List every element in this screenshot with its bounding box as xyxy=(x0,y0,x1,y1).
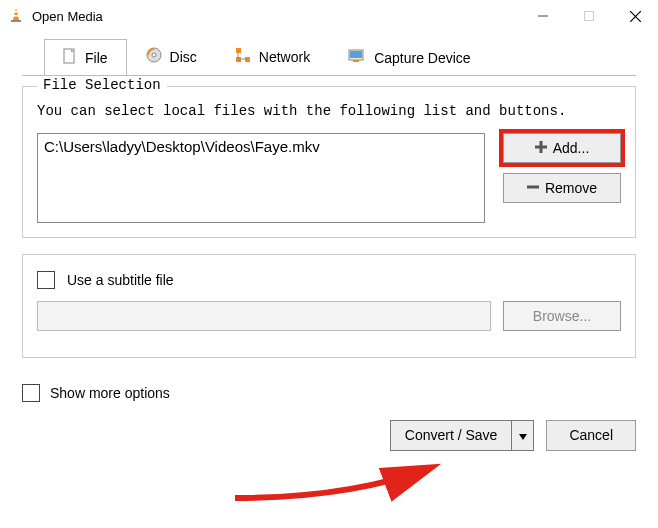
tab-file[interactable]: File xyxy=(44,39,127,75)
svg-rect-3 xyxy=(11,20,21,22)
tab-capture-label: Capture Device xyxy=(374,50,471,66)
chevron-down-icon xyxy=(519,428,527,443)
convert-save-dropdown[interactable] xyxy=(512,420,534,451)
browse-button: Browse... xyxy=(503,301,621,331)
close-button[interactable] xyxy=(612,0,658,32)
add-button[interactable]: Add... xyxy=(503,133,621,163)
remove-button[interactable]: Remove xyxy=(503,173,621,203)
tab-disc[interactable]: Disc xyxy=(127,38,216,74)
window-title: Open Media xyxy=(32,9,103,24)
tab-network[interactable]: Network xyxy=(216,38,329,74)
svg-marker-23 xyxy=(519,434,527,440)
capture-icon xyxy=(348,49,366,66)
tab-capture[interactable]: Capture Device xyxy=(329,40,490,74)
vlc-cone-icon xyxy=(8,7,24,26)
file-selection-group: File Selection You can select local file… xyxy=(22,86,636,238)
svg-rect-1 xyxy=(14,11,18,13)
svg-rect-18 xyxy=(350,51,362,58)
subtitle-path-input xyxy=(37,301,491,331)
svg-marker-0 xyxy=(13,8,19,20)
cancel-label: Cancel xyxy=(569,427,613,443)
more-options-checkbox[interactable] xyxy=(22,384,40,402)
subtitle-checkbox[interactable] xyxy=(37,271,55,289)
more-options-label: Show more options xyxy=(50,385,170,401)
convert-save-split-button: Convert / Save xyxy=(390,420,535,451)
subtitle-label: Use a subtitle file xyxy=(67,272,174,288)
browse-button-label: Browse... xyxy=(533,308,591,324)
add-button-label: Add... xyxy=(553,140,590,156)
svg-rect-2 xyxy=(14,15,19,17)
svg-rect-12 xyxy=(236,48,241,53)
svg-point-11 xyxy=(152,53,156,57)
convert-save-label: Convert / Save xyxy=(405,427,498,443)
file-selection-legend: File Selection xyxy=(37,77,167,93)
minimize-button[interactable] xyxy=(520,0,566,32)
minus-icon xyxy=(527,180,539,196)
remove-button-label: Remove xyxy=(545,180,597,196)
network-icon xyxy=(235,47,251,66)
subtitle-group: Use a subtitle file Browse... xyxy=(22,254,636,358)
file-list-item[interactable]: C:\Users\ladyy\Desktop\Videos\Faye.mkv xyxy=(44,138,478,155)
tabs: File Disc Network Capture Device xyxy=(22,32,636,75)
convert-save-button[interactable]: Convert / Save xyxy=(390,420,513,451)
file-list[interactable]: C:\Users\ladyy\Desktop\Videos\Faye.mkv xyxy=(37,133,485,223)
svg-rect-19 xyxy=(353,60,359,62)
file-icon xyxy=(63,48,77,67)
maximize-button[interactable] xyxy=(566,0,612,32)
tab-network-label: Network xyxy=(259,49,310,65)
file-selection-help: You can select local files with the foll… xyxy=(37,103,621,119)
disc-icon xyxy=(146,47,162,66)
cancel-button[interactable]: Cancel xyxy=(546,420,636,451)
plus-icon xyxy=(535,140,547,156)
tab-disc-label: Disc xyxy=(170,49,197,65)
svg-rect-5 xyxy=(585,12,594,21)
titlebar: Open Media xyxy=(0,0,658,32)
tab-file-label: File xyxy=(85,50,108,66)
